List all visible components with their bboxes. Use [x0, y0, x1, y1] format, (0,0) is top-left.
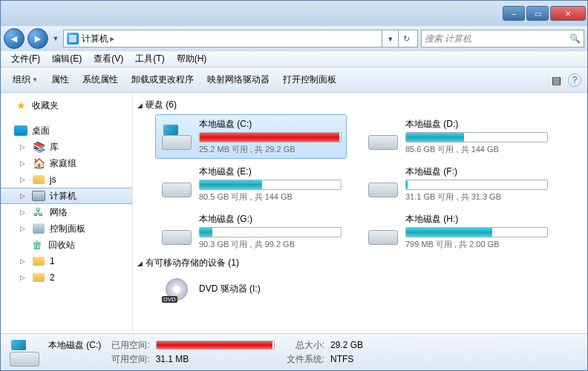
- control-panel-button[interactable]: 打开控制面板: [277, 70, 342, 89]
- address-bar[interactable]: 计算机 ▸ ▾ ↻: [63, 30, 418, 47]
- section-hdd[interactable]: ◢ 硬盘 (6): [136, 96, 580, 114]
- section-title: 硬盘 (6): [146, 99, 177, 111]
- sidebar-computer[interactable]: ▷ 计算机: [1, 188, 132, 204]
- sidebar-homegroup[interactable]: ▷ 🏠 家庭组: [1, 155, 132, 171]
- menu-help[interactable]: 帮助(H): [171, 53, 213, 65]
- status-details: 本地磁盘 (C:) 已用空间: 总大小: 29.2 GB 可用空间: 31.1 …: [48, 339, 363, 366]
- sidebar-favorites[interactable]: ★ 收藏夹: [1, 97, 132, 114]
- drive-item[interactable]: 本地磁盘 (C:)25.2 MB 可用 , 共 29.2 GB: [155, 114, 347, 159]
- sidebar-folder-1[interactable]: ▷ 1: [1, 253, 132, 269]
- computer-icon: [32, 189, 45, 203]
- explorer-window: – ▭ ✕ ◄ ► ▼ 计算机 ▸ ▾ ↻ 搜索 计算机 🔍 文件(F) 编辑(…: [0, 0, 588, 371]
- uninstall-button[interactable]: 卸载或更改程序: [125, 70, 200, 89]
- search-icon[interactable]: 🔍: [569, 33, 581, 44]
- folder-icon: [32, 173, 45, 186]
- sidebar-libraries[interactable]: ▷ 📚 库: [1, 139, 132, 155]
- sidebar-network[interactable]: ▷ 🖧 网络: [1, 204, 132, 220]
- used-bar: [156, 341, 275, 349]
- refresh-button[interactable]: ↻: [398, 30, 414, 47]
- homegroup-icon: 🏠: [32, 157, 45, 170]
- drive-name: 本地磁盘 (E:): [199, 165, 342, 178]
- navigation-pane: ★ 收藏夹 桌面 ▷ 📚 库 ▷ 🏠 家庭组: [1, 93, 133, 333]
- section-removable[interactable]: ◢ 有可移动存储的设备 (1): [136, 254, 580, 272]
- computer-icon: [67, 33, 79, 45]
- drive-stats: 799 MB 可用 , 共 2.00 GB: [405, 239, 548, 250]
- drive-icon: [160, 171, 193, 197]
- menu-file[interactable]: 文件(F): [5, 53, 46, 65]
- search-placeholder: 搜索 计算机: [425, 33, 471, 45]
- collapse-icon: ◢: [137, 260, 143, 267]
- drive-dvd[interactable]: DVD 驱动器 (I:): [155, 272, 347, 306]
- fs-label: 文件系统:: [287, 353, 324, 366]
- expand-caret[interactable]: ▷: [20, 143, 27, 151]
- drive-item[interactable]: 本地磁盘 (E:)80.5 GB 可用 , 共 144 GB: [155, 162, 347, 206]
- drive-item[interactable]: 本地磁盘 (F:)31.1 GB 可用 , 共 31.3 GB: [362, 162, 553, 206]
- drive-icon: [367, 218, 399, 245]
- expand-caret[interactable]: ▷: [20, 160, 27, 167]
- drive-icon: [160, 218, 193, 245]
- organize-button[interactable]: 组织▼: [7, 70, 44, 89]
- details-pane: 本地磁盘 (C:) 已用空间: 总大小: 29.2 GB 可用空间: 31.1 …: [1, 333, 587, 370]
- minimize-button[interactable]: –: [503, 6, 525, 21]
- breadcrumb-root[interactable]: 计算机: [82, 33, 108, 45]
- drive-name: DVD 驱动器 (I:): [199, 283, 342, 295]
- content-pane: ◢ 硬盘 (6) 本地磁盘 (C:)25.2 MB 可用 , 共 29.2 GB…: [133, 93, 587, 333]
- recycle-icon: 🗑: [30, 238, 44, 252]
- drive-name: 本地磁盘 (F:): [405, 165, 548, 178]
- system-properties-button[interactable]: 系统属性: [76, 70, 124, 89]
- map-drive-button[interactable]: 映射网络驱动器: [201, 70, 275, 89]
- drive-stats: 25.2 MB 可用 , 共 29.2 GB: [199, 144, 342, 155]
- free-value: 31.1 MB: [156, 354, 275, 364]
- sidebar-label: 库: [50, 141, 59, 154]
- sidebar-recycle[interactable]: 🗑 回收站: [1, 237, 132, 253]
- drive-name: 本地磁盘 (H:): [405, 213, 548, 226]
- sidebar-item-js[interactable]: ▷ js: [1, 171, 132, 188]
- expand-caret[interactable]: ▷: [20, 274, 27, 281]
- drive-name: 本地磁盘 (C:): [199, 118, 342, 131]
- folder-icon: [32, 255, 45, 268]
- folder-icon: [32, 271, 45, 284]
- sidebar-label: 收藏夹: [32, 99, 59, 112]
- properties-button[interactable]: 属性: [45, 70, 75, 89]
- maximize-button[interactable]: ▭: [526, 6, 549, 21]
- expand-caret[interactable]: ▷: [20, 192, 27, 200]
- sidebar-folder-2[interactable]: ▷ 2: [1, 269, 132, 286]
- drive-item[interactable]: 本地磁盘 (D:)85.6 GB 可用 , 共 144 GB: [362, 114, 553, 159]
- expand-caret[interactable]: ▷: [20, 225, 27, 232]
- drive-name: 本地磁盘 (D:): [405, 118, 548, 131]
- menu-view[interactable]: 查看(V): [88, 53, 129, 65]
- close-button[interactable]: ✕: [550, 6, 586, 21]
- capacity-bar: [199, 227, 342, 237]
- drive-name: 本地磁盘 (G:): [199, 213, 342, 226]
- drive-icon: [367, 123, 399, 150]
- menu-edit[interactable]: 编辑(E): [46, 53, 88, 65]
- sidebar-label: js: [50, 174, 56, 185]
- collapse-icon: ◢: [137, 102, 143, 109]
- drive-icon: [8, 338, 41, 367]
- drive-stats: 31.1 GB 可用 , 共 31.3 GB: [405, 191, 548, 203]
- expand-caret[interactable]: ▷: [20, 176, 27, 183]
- total-label: 总大小:: [287, 339, 324, 352]
- help-icon[interactable]: ?: [568, 73, 581, 87]
- breadcrumb-separator: ▸: [110, 33, 114, 44]
- history-dropdown[interactable]: ▼: [51, 28, 60, 49]
- sidebar-desktop[interactable]: 桌面: [1, 122, 132, 139]
- search-input[interactable]: 搜索 计算机 🔍: [421, 30, 584, 47]
- titlebar[interactable]: – ▭ ✕: [1, 1, 587, 26]
- navigation-bar: ◄ ► ▼ 计算机 ▸ ▾ ↻ 搜索 计算机 🔍: [1, 26, 587, 51]
- view-toggle-icon[interactable]: ▤: [549, 73, 564, 88]
- drive-item[interactable]: 本地磁盘 (H:)799 MB 可用 , 共 2.00 GB: [362, 209, 553, 254]
- free-label: 可用空间:: [111, 353, 149, 366]
- sidebar-label: 2: [50, 272, 55, 283]
- desktop-icon: [14, 124, 27, 137]
- expand-caret[interactable]: ▷: [20, 257, 27, 265]
- expand-caret[interactable]: ▷: [20, 209, 27, 216]
- address-dropdown[interactable]: ▾: [382, 30, 398, 47]
- forward-button[interactable]: ►: [27, 28, 48, 49]
- menu-tools[interactable]: 工具(T): [129, 53, 170, 65]
- sidebar-controlpanel[interactable]: ▷ 控制面板: [1, 220, 132, 237]
- drive-item[interactable]: 本地磁盘 (G:)90.3 GB 可用 , 共 99.2 GB: [155, 209, 347, 254]
- sidebar-label: 回收站: [48, 239, 75, 252]
- star-icon: ★: [14, 99, 27, 112]
- back-button[interactable]: ◄: [4, 28, 24, 49]
